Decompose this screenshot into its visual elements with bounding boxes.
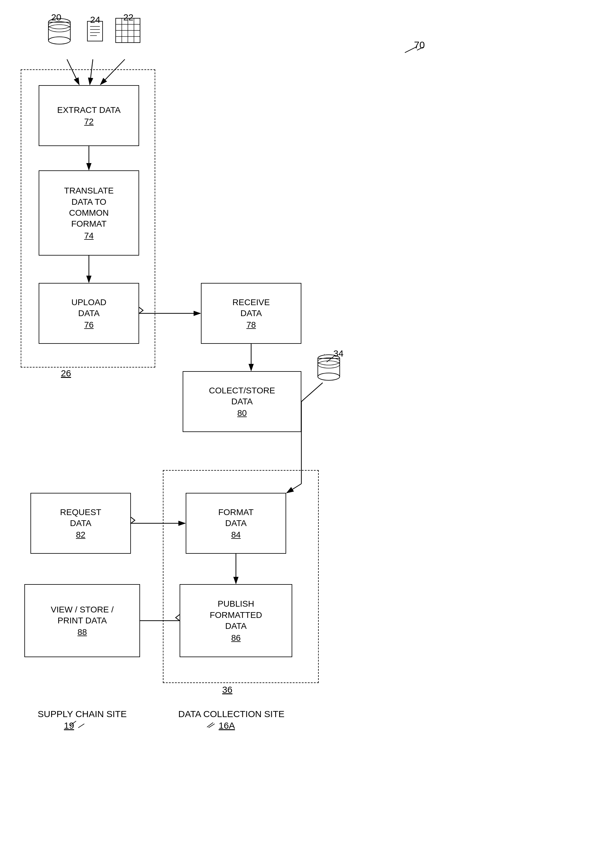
upload-data-label: UPLOADDATA — [71, 297, 106, 319]
svg-line-44 — [78, 724, 84, 728]
box-view-store-print: VIEW / STORE /PRINT DATA 88 — [24, 584, 140, 657]
ref34-slash — [325, 355, 337, 364]
box-publish-data: PUBLISHFORMATTEDDATA 86 — [180, 584, 292, 657]
data-collection-label: DATA COLLECTION SITE 16A — [155, 709, 307, 731]
supply-chain-number: 19 — [64, 721, 74, 730]
format-data-label: FORMATDATA — [218, 507, 253, 529]
view-store-print-label: VIEW / STORE /PRINT DATA — [51, 604, 113, 626]
box-collect-store: COLECT/STOREDATA 80 — [183, 371, 301, 432]
receive-data-number: 78 — [246, 320, 256, 330]
box-translate-data: TRANSLATEDATA TOCOMMONFORMAT 74 — [39, 170, 139, 256]
collect-store-number: 80 — [237, 408, 247, 418]
extract-data-label: EXTRACT DATA — [57, 105, 121, 116]
svg-line-43 — [327, 356, 334, 362]
translate-data-label: TRANSLATEDATA TOCOMMONFORMAT — [64, 185, 114, 230]
svg-point-40 — [318, 373, 340, 380]
data-collection-slash — [207, 723, 216, 729]
view-store-print-number: 88 — [77, 627, 87, 637]
ref-label-24: 24 — [90, 15, 100, 25]
svg-point-23 — [48, 37, 70, 44]
translate-data-number: 74 — [84, 231, 93, 241]
request-data-label: REQUESTDATA — [60, 507, 101, 529]
diagram-container: 70 20 24 — [0, 0, 607, 868]
svg-line-45 — [208, 724, 214, 728]
upload-data-number: 76 — [84, 320, 93, 330]
supply-chain-text: SUPPLY CHAIN SITE — [18, 709, 146, 719]
data-collection-text: DATA COLLECTION SITE — [155, 709, 307, 719]
ref70-slash — [402, 45, 420, 54]
box-upload-data: UPLOADDATA 76 — [39, 283, 139, 344]
supply-chain-slash — [77, 723, 86, 729]
box-request-data: REQUESTDATA 82 — [30, 493, 131, 554]
format-data-number: 84 — [231, 530, 241, 540]
region-label-26: 26 — [61, 368, 71, 378]
ref-label-20: 20 — [51, 12, 61, 23]
box-receive-data: RECEIVEDATA 78 — [201, 283, 301, 344]
publish-data-label: PUBLISHFORMATTEDDATA — [210, 598, 262, 632]
collect-store-label: COLECT/STOREDATA — [209, 385, 275, 408]
supply-chain-label: SUPPLY CHAIN SITE 19 — [18, 709, 146, 731]
svg-line-20 — [405, 46, 417, 53]
box-format-data: FORMATDATA 84 — [186, 493, 286, 554]
request-data-number: 82 — [76, 530, 85, 540]
publish-data-number: 86 — [231, 633, 241, 643]
region-label-36: 36 — [222, 685, 232, 695]
box-extract-data: EXTRACT DATA 72 — [39, 85, 139, 146]
data-collection-number: 16A — [219, 721, 235, 730]
extract-data-number: 72 — [84, 117, 93, 127]
svg-line-10 — [301, 383, 323, 401]
ref-label-22: 22 — [123, 12, 134, 23]
receive-data-label: RECEIVEDATA — [233, 297, 270, 319]
